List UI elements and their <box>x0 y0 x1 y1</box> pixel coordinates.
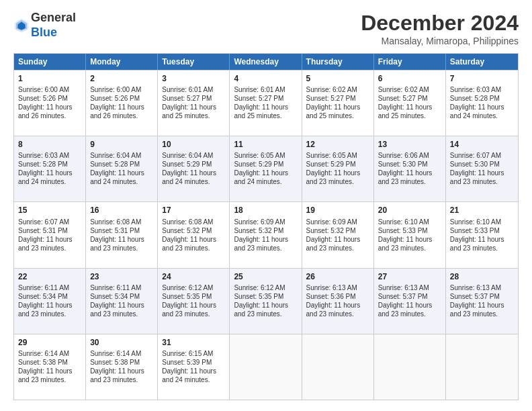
logo-icon <box>13 17 30 34</box>
weekday-saturday: Saturday <box>446 54 518 70</box>
logo-blue: Blue <box>31 26 57 39</box>
cal-cell-empty <box>230 334 302 400</box>
weekday-thursday: Thursday <box>302 54 374 70</box>
weekday-monday: Monday <box>86 54 158 70</box>
day-info: Sunrise: 6:14 AM Sunset: 5:38 PM Dayligh… <box>18 349 81 384</box>
cal-cell-26: 26Sunrise: 6:13 AM Sunset: 5:36 PM Dayli… <box>302 269 374 334</box>
cal-cell-28: 28Sunrise: 6:13 AM Sunset: 5:37 PM Dayli… <box>446 269 518 334</box>
cal-cell-17: 17Sunrise: 6:08 AM Sunset: 5:32 PM Dayli… <box>158 202 230 267</box>
day-info: Sunrise: 6:15 AM Sunset: 5:39 PM Dayligh… <box>162 349 225 384</box>
weekday-sunday: Sunday <box>14 54 86 70</box>
cal-cell-20: 20Sunrise: 6:10 AM Sunset: 5:33 PM Dayli… <box>374 202 446 267</box>
day-info: Sunrise: 6:01 AM Sunset: 5:27 PM Dayligh… <box>162 85 225 120</box>
cal-cell-2: 2Sunrise: 6:00 AM Sunset: 5:26 PM Daylig… <box>86 71 158 136</box>
cal-cell-empty <box>446 334 518 400</box>
cal-cell-12: 12Sunrise: 6:05 AM Sunset: 5:29 PM Dayli… <box>302 136 374 201</box>
day-info: Sunrise: 6:12 AM Sunset: 5:35 PM Dayligh… <box>162 283 225 318</box>
logo-area: General Blue <box>13 11 76 40</box>
day-number: 6 <box>378 73 441 84</box>
day-number: 9 <box>90 139 153 150</box>
day-number: 3 <box>162 73 225 84</box>
day-number: 28 <box>450 271 514 282</box>
logo-general: General <box>31 11 76 24</box>
day-number: 8 <box>18 139 81 150</box>
day-info: Sunrise: 6:11 AM Sunset: 5:34 PM Dayligh… <box>90 283 153 318</box>
cal-cell-8: 8Sunrise: 6:03 AM Sunset: 5:28 PM Daylig… <box>14 136 86 201</box>
day-number: 13 <box>378 139 441 150</box>
day-number: 27 <box>378 271 441 282</box>
cal-cell-7: 7Sunrise: 6:03 AM Sunset: 5:28 PM Daylig… <box>446 71 518 136</box>
day-info: Sunrise: 6:06 AM Sunset: 5:30 PM Dayligh… <box>378 151 441 186</box>
location: Mansalay, Mimaropa, Philippines <box>361 36 519 46</box>
week-row-4: 22Sunrise: 6:11 AM Sunset: 5:34 PM Dayli… <box>14 268 518 334</box>
cal-cell-14: 14Sunrise: 6:07 AM Sunset: 5:30 PM Dayli… <box>446 136 518 201</box>
header: General Blue December 2024 Mansalay, Mim… <box>13 11 519 46</box>
cal-cell-11: 11Sunrise: 6:05 AM Sunset: 5:29 PM Dayli… <box>230 136 302 201</box>
day-info: Sunrise: 6:04 AM Sunset: 5:29 PM Dayligh… <box>162 151 225 186</box>
cal-cell-6: 6Sunrise: 6:02 AM Sunset: 5:27 PM Daylig… <box>374 71 446 136</box>
week-row-3: 15Sunrise: 6:07 AM Sunset: 5:31 PM Dayli… <box>14 201 518 267</box>
day-number: 14 <box>450 139 514 150</box>
weekday-tuesday: Tuesday <box>158 54 230 70</box>
week-row-5: 29Sunrise: 6:14 AM Sunset: 5:38 PM Dayli… <box>14 334 518 400</box>
day-number: 29 <box>18 337 81 348</box>
cal-cell-27: 27Sunrise: 6:13 AM Sunset: 5:37 PM Dayli… <box>374 269 446 334</box>
day-info: Sunrise: 6:08 AM Sunset: 5:31 PM Dayligh… <box>90 218 153 253</box>
cal-cell-23: 23Sunrise: 6:11 AM Sunset: 5:34 PM Dayli… <box>86 269 158 334</box>
day-number: 25 <box>234 271 297 282</box>
day-number: 17 <box>162 205 225 216</box>
cal-cell-18: 18Sunrise: 6:09 AM Sunset: 5:32 PM Dayli… <box>230 202 302 267</box>
cal-cell-15: 15Sunrise: 6:07 AM Sunset: 5:31 PM Dayli… <box>14 202 86 267</box>
day-info: Sunrise: 6:08 AM Sunset: 5:32 PM Dayligh… <box>162 218 225 253</box>
day-number: 12 <box>306 139 369 150</box>
day-number: 31 <box>162 337 225 348</box>
day-number: 24 <box>162 271 225 282</box>
cal-cell-empty <box>302 334 374 400</box>
cal-cell-empty <box>374 334 446 400</box>
calendar-body: 1Sunrise: 6:00 AM Sunset: 5:26 PM Daylig… <box>14 70 518 400</box>
day-info: Sunrise: 6:01 AM Sunset: 5:27 PM Dayligh… <box>234 85 297 120</box>
day-info: Sunrise: 6:07 AM Sunset: 5:30 PM Dayligh… <box>450 151 514 186</box>
page: General Blue December 2024 Mansalay, Mim… <box>0 0 532 411</box>
cal-cell-13: 13Sunrise: 6:06 AM Sunset: 5:30 PM Dayli… <box>374 136 446 201</box>
week-row-1: 1Sunrise: 6:00 AM Sunset: 5:26 PM Daylig… <box>14 70 518 136</box>
title-area: December 2024 Mansalay, Mimaropa, Philip… <box>361 11 519 46</box>
cal-cell-22: 22Sunrise: 6:11 AM Sunset: 5:34 PM Dayli… <box>14 269 86 334</box>
cal-cell-30: 30Sunrise: 6:14 AM Sunset: 5:38 PM Dayli… <box>86 334 158 400</box>
day-info: Sunrise: 6:11 AM Sunset: 5:34 PM Dayligh… <box>18 283 81 318</box>
day-info: Sunrise: 6:09 AM Sunset: 5:32 PM Dayligh… <box>234 218 297 253</box>
cal-cell-1: 1Sunrise: 6:00 AM Sunset: 5:26 PM Daylig… <box>14 71 86 136</box>
day-number: 16 <box>90 205 153 216</box>
weekday-friday: Friday <box>374 54 446 70</box>
day-number: 26 <box>306 271 369 282</box>
day-info: Sunrise: 6:13 AM Sunset: 5:37 PM Dayligh… <box>450 283 514 318</box>
cal-cell-19: 19Sunrise: 6:09 AM Sunset: 5:32 PM Dayli… <box>302 202 374 267</box>
day-info: Sunrise: 6:00 AM Sunset: 5:26 PM Dayligh… <box>18 85 81 120</box>
day-number: 10 <box>162 139 225 150</box>
cal-cell-9: 9Sunrise: 6:04 AM Sunset: 5:28 PM Daylig… <box>86 136 158 201</box>
day-number: 7 <box>450 73 514 84</box>
calendar: Sunday Monday Tuesday Wednesday Thursday… <box>13 53 519 400</box>
cal-cell-5: 5Sunrise: 6:02 AM Sunset: 5:27 PM Daylig… <box>302 71 374 136</box>
day-info: Sunrise: 6:10 AM Sunset: 5:33 PM Dayligh… <box>378 218 441 253</box>
cal-cell-4: 4Sunrise: 6:01 AM Sunset: 5:27 PM Daylig… <box>230 71 302 136</box>
day-number: 22 <box>18 271 81 282</box>
day-number: 15 <box>18 205 81 216</box>
cal-cell-3: 3Sunrise: 6:01 AM Sunset: 5:27 PM Daylig… <box>158 71 230 136</box>
cal-cell-29: 29Sunrise: 6:14 AM Sunset: 5:38 PM Dayli… <box>14 334 86 400</box>
day-info: Sunrise: 6:14 AM Sunset: 5:38 PM Dayligh… <box>90 349 153 384</box>
day-info: Sunrise: 6:13 AM Sunset: 5:37 PM Dayligh… <box>378 283 441 318</box>
day-info: Sunrise: 6:04 AM Sunset: 5:28 PM Dayligh… <box>90 151 153 186</box>
day-number: 2 <box>90 73 153 84</box>
day-info: Sunrise: 6:12 AM Sunset: 5:35 PM Dayligh… <box>234 283 297 318</box>
day-info: Sunrise: 6:10 AM Sunset: 5:33 PM Dayligh… <box>450 218 514 253</box>
day-number: 18 <box>234 205 297 216</box>
cal-cell-16: 16Sunrise: 6:08 AM Sunset: 5:31 PM Dayli… <box>86 202 158 267</box>
day-info: Sunrise: 6:05 AM Sunset: 5:29 PM Dayligh… <box>306 151 369 186</box>
cal-cell-31: 31Sunrise: 6:15 AM Sunset: 5:39 PM Dayli… <box>158 334 230 400</box>
day-number: 4 <box>234 73 297 84</box>
day-number: 1 <box>18 73 81 84</box>
cal-cell-24: 24Sunrise: 6:12 AM Sunset: 5:35 PM Dayli… <box>158 269 230 334</box>
day-number: 19 <box>306 205 369 216</box>
day-info: Sunrise: 6:02 AM Sunset: 5:27 PM Dayligh… <box>378 85 441 120</box>
